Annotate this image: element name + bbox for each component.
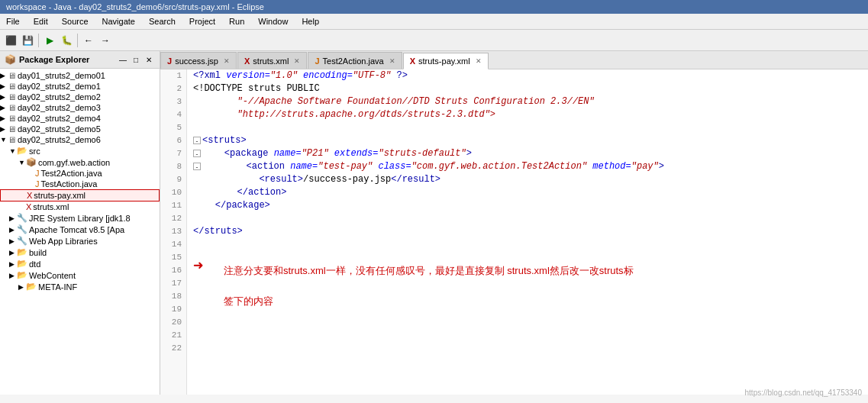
tree-item-dtd[interactable]: ▶📂dtd bbox=[0, 258, 160, 269]
tree-label-day02_3: day02_struts2_demo3 bbox=[18, 103, 101, 112]
code-line-3: "-//Apache Software Foundation//DTD Stru… bbox=[193, 95, 862, 108]
tree-item-build[interactable]: ▶📂build bbox=[0, 247, 160, 258]
tree-item-day02_4[interactable]: ▶🖥day02_struts2_demo4 bbox=[0, 113, 160, 124]
line-num-3: 3 bbox=[165, 95, 182, 108]
line-num-15: 15 bbox=[165, 251, 182, 264]
code-content[interactable]: <?xml version="1.0" encoding="UTF-8" ?><… bbox=[187, 69, 868, 395]
code-line-5 bbox=[193, 121, 862, 134]
tree-label-jre: JRE System Library [jdk1.8 bbox=[29, 214, 131, 223]
line-num-14: 14 bbox=[165, 238, 182, 251]
tab-close-strutspay[interactable]: ✕ bbox=[476, 57, 482, 65]
main-layout: 📦 Package Explorer — □ ✕ ▶🖥day01_struts2… bbox=[0, 51, 868, 395]
menu-item-navigate[interactable]: Navigate bbox=[99, 15, 138, 27]
tree-label-day02_1: day02_struts2_demo1 bbox=[18, 82, 101, 91]
annotation-line2: 签下的内容 bbox=[224, 295, 273, 307]
toolbar-btn-save[interactable]: 💾 bbox=[20, 33, 35, 48]
tree-arrow: ▶ bbox=[9, 272, 17, 279]
code-line-19 bbox=[193, 323, 862, 336]
tree-arrow: ▶ bbox=[18, 283, 26, 291]
menu-item-run[interactable]: Run bbox=[226, 15, 247, 27]
sidebar-close[interactable]: ✕ bbox=[143, 53, 155, 66]
sidebar-title: Package Explorer bbox=[19, 55, 114, 64]
code-line-11: </package> bbox=[193, 199, 862, 212]
tree-item-webapp[interactable]: ▶🔧Web App Libraries bbox=[0, 235, 160, 247]
line-num-1: 1 bbox=[165, 69, 182, 82]
annotation-line1: 注意分支要和struts.xml一样，没有任何感叹号，最好是直接复制 strut… bbox=[224, 265, 634, 276]
tab-close-test2action[interactable]: ✕ bbox=[389, 57, 395, 65]
tab-strutspay[interactable]: Xstruts-pay.xml✕ bbox=[403, 53, 489, 69]
menu-item-source[interactable]: Source bbox=[59, 15, 92, 27]
toolbar-btn-back[interactable]: ← bbox=[81, 33, 96, 48]
tree-label-strutspay: struts-pay.xml bbox=[34, 191, 86, 200]
tree-icon-tomcat: 🔧 bbox=[17, 224, 27, 234]
tree-icon-day02_6: 🖥 bbox=[8, 135, 16, 144]
tree-item-day02_6[interactable]: ▼🖥day02_struts2_demo6 bbox=[0, 134, 160, 145]
tab-close-success[interactable]: ✕ bbox=[224, 57, 230, 65]
tab-icon-strutspay: X bbox=[410, 56, 415, 66]
tree-arrow: ▶ bbox=[0, 114, 8, 122]
tree-item-strutsxml[interactable]: Xstruts.xml bbox=[0, 202, 160, 212]
tree-arrow: ▶ bbox=[0, 93, 8, 101]
code-line-17: 签下的内容 bbox=[193, 295, 862, 310]
tree-arrow: ▼ bbox=[9, 147, 17, 155]
code-line-6: -<struts> bbox=[193, 134, 862, 147]
tab-success[interactable]: Jsuccess.jsp✕ bbox=[160, 52, 237, 69]
code-line-22 bbox=[193, 362, 862, 375]
tree-item-day01[interactable]: ▶🖥day01_struts2_demo01 bbox=[0, 70, 160, 81]
toolbar-btn-forward[interactable]: → bbox=[98, 33, 113, 48]
tree-item-testaction[interactable]: JTestAction.java bbox=[0, 179, 160, 189]
tree-arrow: ▶ bbox=[0, 72, 8, 79]
tree-label-src: src bbox=[29, 147, 40, 156]
tab-label-test2action: Test2Action.java bbox=[323, 56, 384, 66]
tree-item-strutspay[interactable]: Xstruts-pay.xml bbox=[0, 189, 160, 202]
tree-arrow: ▶ bbox=[0, 82, 8, 90]
tree-icon-build: 📂 bbox=[17, 247, 27, 257]
toolbar-btn-new[interactable]: ⬛ bbox=[3, 33, 18, 48]
line-num-9: 9 bbox=[165, 173, 182, 186]
tab-struts[interactable]: Xstruts.xml✕ bbox=[237, 52, 307, 69]
toolbar: ⬛ 💾 ▶ 🐛 ← → bbox=[0, 30, 868, 51]
package-icon: 📦 bbox=[5, 54, 16, 65]
tree-icon-day02_3: 🖥 bbox=[8, 103, 16, 112]
sidebar-tree: ▶🖥day01_struts2_demo01▶🖥day02_struts2_de… bbox=[0, 69, 160, 395]
tree-arrow: ▶ bbox=[9, 260, 17, 268]
tree-item-tomcat[interactable]: ▶🔧Apache Tomcat v8.5 [Apa bbox=[0, 224, 160, 235]
tree-arrow: ▶ bbox=[0, 125, 8, 133]
tree-arrow: ▼ bbox=[0, 136, 8, 143]
tree-item-jre[interactable]: ▶🔧JRE System Library [jdk1.8 bbox=[0, 212, 160, 224]
tree-label-dtd: dtd bbox=[29, 260, 40, 269]
tree-item-test2[interactable]: JTest2Action.java bbox=[0, 168, 160, 179]
menu-item-window[interactable]: Window bbox=[255, 15, 291, 27]
tree-icon-src: 📂 bbox=[17, 146, 27, 156]
menu-item-file[interactable]: File bbox=[3, 15, 23, 27]
tree-label-day01: day01_struts2_demo01 bbox=[18, 71, 105, 80]
sidebar-maximize[interactable]: □ bbox=[130, 53, 142, 66]
tree-item-metainf[interactable]: ▶📂META-INF bbox=[0, 281, 160, 292]
sidebar-minimize[interactable]: — bbox=[117, 53, 129, 66]
line-num-18: 18 bbox=[165, 290, 182, 303]
tab-test2action[interactable]: JTest2Action.java✕ bbox=[308, 52, 402, 69]
tree-item-com[interactable]: ▼📦com.gyf.web.action bbox=[0, 156, 160, 168]
toolbar-btn-debug[interactable]: 🐛 bbox=[59, 33, 74, 48]
tree-item-webcontent[interactable]: ▶📂WebContent bbox=[0, 269, 160, 281]
tab-label-struts: struts.xml bbox=[253, 56, 289, 66]
code-line-2: <!DOCTYPE struts PUBLIC bbox=[193, 82, 862, 95]
code-line-1: <?xml version="1.0" encoding="UTF-8" ?> bbox=[193, 69, 862, 82]
title-text: workspace - Java - day02_struts2_demo6/s… bbox=[6, 2, 264, 11]
menu-item-edit[interactable]: Edit bbox=[31, 15, 51, 27]
tab-close-struts[interactable]: ✕ bbox=[294, 57, 300, 65]
tree-item-day02_5[interactable]: ▶🖥day02_struts2_demo5 bbox=[0, 124, 160, 134]
tree-item-src[interactable]: ▼📂src bbox=[0, 145, 160, 156]
toolbar-btn-run[interactable]: ▶ bbox=[42, 33, 57, 48]
menu-item-help[interactable]: Help bbox=[298, 15, 322, 27]
fold-icon-6[interactable]: - bbox=[193, 137, 201, 144]
code-line-12 bbox=[193, 212, 862, 225]
tree-item-day02_1[interactable]: ▶🖥day02_struts2_demo1 bbox=[0, 81, 160, 92]
menu-item-search[interactable]: Search bbox=[146, 15, 179, 27]
tree-item-day02_3[interactable]: ▶🖥day02_struts2_demo3 bbox=[0, 102, 160, 113]
fold-icon-8[interactable]: - bbox=[193, 163, 201, 170]
menu-item-project[interactable]: Project bbox=[186, 15, 218, 27]
tree-item-day02_2[interactable]: ▶🖥day02_struts2_demo2 bbox=[0, 92, 160, 102]
title-bar: workspace - Java - day02_struts2_demo6/s… bbox=[0, 0, 868, 14]
fold-icon-7[interactable]: - bbox=[193, 150, 201, 157]
